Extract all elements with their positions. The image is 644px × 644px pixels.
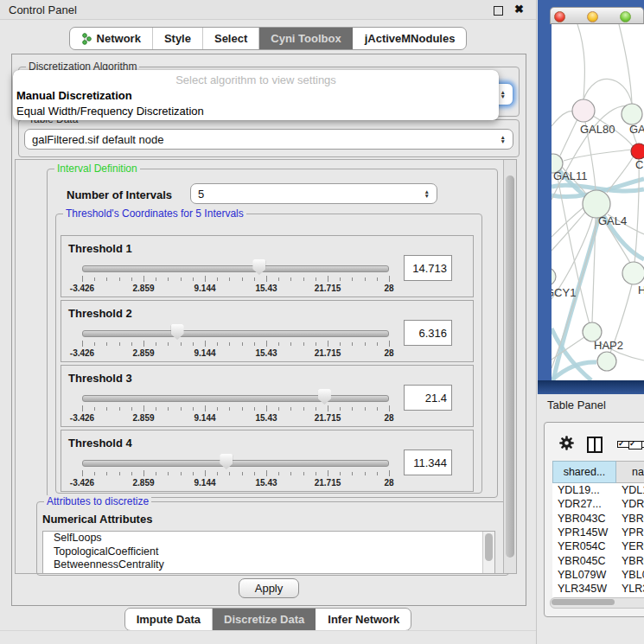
tab-select[interactable]: Select — [202, 28, 258, 49]
network-icon — [81, 33, 92, 45]
threshold-slider[interactable]: -3.4262.8599.14415.4321.71528 — [82, 366, 389, 428]
network-graph[interactable]: GAL80GACGAL11GAL4GCY1HHAP2 — [552, 24, 644, 380]
apply-button[interactable]: Apply — [239, 578, 300, 598]
tab-cyni-toolbox[interactable]: Cyni Toolbox — [258, 28, 352, 49]
tick-label: 2.859 — [132, 348, 154, 358]
slider-track[interactable] — [82, 330, 389, 337]
list-scrollbar[interactable] — [482, 532, 494, 573]
scrollbar-thumb[interactable] — [506, 175, 514, 558]
table-rows[interactable]: YDL19...YDL1YDR27...YDR2YBR043CYBR0YPR14… — [552, 483, 644, 599]
dropdown-option-manual-discretization[interactable]: Manual Discretization — [13, 88, 499, 104]
table-row[interactable]: YBR043CYBR0 — [552, 512, 644, 526]
tab-discretize-data[interactable]: Discretize Data — [212, 609, 316, 630]
threshold-value-field[interactable]: 6.316 — [404, 320, 452, 346]
threshold-slider[interactable]: -3.4262.8599.14415.4321.71528 — [82, 430, 389, 493]
table-panel-title: Table Panel — [547, 399, 606, 411]
table-row[interactable]: YDL19...YDL1 — [552, 483, 644, 497]
column-header-shared-name[interactable]: shared... — [552, 461, 616, 483]
threshold-slider[interactable]: -3.4262.8599.14415.4321.71528 — [82, 301, 389, 363]
cell-name: YBR0 — [616, 513, 644, 525]
slider-tick-labels: -3.4262.8599.14415.4321.71528 — [82, 413, 389, 424]
tab-network[interactable]: Network — [70, 28, 152, 49]
number-of-intervals-combobox[interactable]: 5 ▲▼ — [190, 183, 437, 204]
network-edge[interactable] — [560, 119, 577, 156]
slider-thumb[interactable] — [220, 454, 233, 469]
tick-label: 21.715 — [315, 478, 341, 488]
network-edge[interactable] — [583, 79, 632, 104]
table-row[interactable]: YLR345WYLR3 — [552, 582, 644, 596]
scrollbar-thumb[interactable] — [552, 599, 615, 605]
table-row[interactable]: YDR27...YDR2 — [552, 497, 644, 511]
close-window-icon[interactable] — [554, 11, 565, 22]
split-columns-icon[interactable] — [587, 437, 603, 453]
slider-track[interactable] — [82, 395, 389, 402]
slider-track[interactable] — [82, 265, 389, 272]
list-item[interactable]: BetweennessCentrality — [43, 558, 494, 572]
threshold-slider[interactable]: -3.4262.8599.14415.4321.71528 — [82, 236, 389, 298]
threshold-coordinates-group: Threshold's Coordinates for 5 Intervals … — [55, 214, 482, 494]
node-label: GAL80 — [580, 123, 615, 136]
network-canvas[interactable]: GAL80GACGAL11GAL4GCY1HHAP2 — [552, 24, 644, 380]
network-node[interactable] — [622, 262, 644, 284]
tab-infer-network[interactable]: Infer Network — [316, 609, 411, 630]
settings-scroll-area: Interval Definition Number of Intervals … — [15, 159, 517, 574]
checkbox-checked-icon[interactable] — [628, 441, 642, 450]
table-row[interactable]: YER054CYER0 — [552, 539, 644, 553]
network-node[interactable] — [552, 268, 556, 285]
form-scrollbar[interactable] — [503, 160, 516, 573]
table-row[interactable]: YPR145WYPR1 — [552, 526, 644, 539]
numerical-attributes-list[interactable]: SelfLoopsTopologicalCoefficientBetweenne… — [42, 531, 495, 574]
column-header-name[interactable]: na — [616, 461, 644, 483]
tick-label: -3.426 — [70, 284, 94, 293]
network-node[interactable] — [622, 104, 642, 124]
table-row[interactable]: YBL079WYBL0 — [552, 568, 644, 582]
network-edge[interactable] — [552, 210, 587, 251]
tab-label: Cyni Toolbox — [271, 32, 341, 45]
minimize-window-icon[interactable] — [587, 11, 598, 22]
node-label: GAL4 — [598, 214, 627, 227]
cell-name: YBL0 — [616, 569, 644, 581]
bottom-tab-bar: Impute DataDiscretize DataInfer Network — [124, 608, 412, 631]
network-node[interactable] — [631, 143, 644, 159]
threshold-value-field[interactable]: 21.4 — [404, 385, 452, 411]
zoom-window-icon[interactable] — [620, 11, 631, 22]
tick-label: -3.426 — [70, 413, 94, 423]
gear-icon[interactable] — [559, 436, 574, 450]
tick-label: 15.43 — [255, 478, 277, 488]
scrollbar-thumb[interactable] — [485, 533, 493, 561]
table-data-combobox[interactable]: galFiltered.sif default node ▲▼ — [24, 129, 513, 150]
tick-label: 21.715 — [315, 348, 341, 358]
network-window-titlebar[interactable] — [550, 7, 644, 24]
cell-name: YBR0 — [616, 555, 644, 567]
top-tab-bar: NetworkStyleSelectCyni ToolboxjActiveMNo… — [69, 27, 468, 50]
threshold-value-field[interactable]: 14.713 — [404, 255, 452, 281]
network-edge[interactable] — [564, 150, 631, 161]
threshold-panel-1: Threshold 1-3.4262.8599.14415.4321.71528… — [61, 235, 474, 297]
list-item[interactable]: SelfLoops — [43, 532, 494, 545]
threshold-value-field[interactable]: 11.344 — [404, 450, 452, 475]
network-edge[interactable] — [577, 24, 584, 99]
float-panel-icon[interactable] — [494, 6, 503, 16]
tab-impute-data[interactable]: Impute Data — [125, 609, 212, 630]
tab-style[interactable]: Style — [152, 28, 202, 49]
tab-label: Impute Data — [137, 613, 201, 626]
slider-thumb[interactable] — [252, 259, 265, 275]
table-horizontal-scrollbar[interactable] — [550, 597, 644, 609]
tick-label: -3.426 — [70, 348, 94, 358]
list-item[interactable]: TopologicalCoefficient — [43, 545, 494, 559]
close-panel-icon[interactable] — [514, 3, 524, 16]
network-node[interactable] — [572, 99, 595, 122]
network-edge[interactable] — [634, 159, 639, 263]
slider-tick-labels: -3.4262.8599.14415.4321.71528 — [82, 478, 389, 488]
network-edge[interactable] — [619, 24, 632, 104]
tab-jactivemnodules[interactable]: jActiveMNodules — [353, 28, 467, 49]
table-row[interactable]: YBR045CYBR0 — [552, 553, 644, 567]
tick-label: 21.715 — [315, 413, 341, 423]
slider-track[interactable] — [82, 460, 389, 467]
network-node[interactable] — [597, 352, 616, 371]
slider-thumb[interactable] — [318, 389, 331, 405]
cell-name: YPR1 — [616, 526, 644, 539]
dropdown-option-equal-width-frequency[interactable]: Equal Width/Frequency Discretization — [13, 104, 499, 119]
slider-thumb[interactable] — [171, 324, 184, 340]
cell-shared-name: YBL079W — [552, 569, 616, 581]
